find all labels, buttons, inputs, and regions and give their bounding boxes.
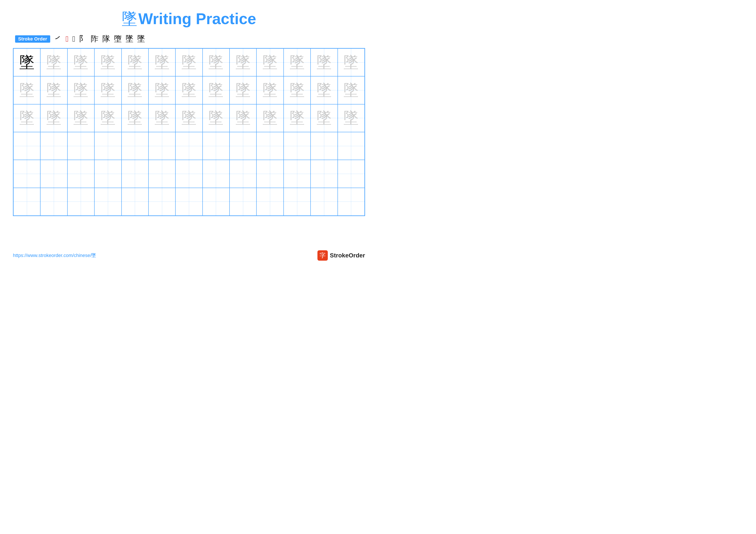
grid-cell[interactable] — [230, 132, 256, 160]
grid-cell[interactable] — [94, 160, 121, 188]
grid-cell[interactable]: 墜 — [40, 76, 67, 104]
grid-cell[interactable] — [122, 188, 148, 216]
grid-cell[interactable]: 墜 — [148, 48, 176, 76]
practice-char: 墜 — [316, 111, 332, 126]
grid-cell[interactable]: 墜 — [94, 48, 121, 76]
grid-cell[interactable] — [14, 132, 40, 160]
grid-cell[interactable] — [148, 132, 176, 160]
footer-url[interactable]: https://www.strokeorder.com/chinese/墜 — [13, 252, 96, 259]
grid-cell[interactable]: 墜 — [94, 104, 121, 132]
grid-cell[interactable]: 墜 — [230, 76, 256, 104]
grid-cell[interactable]: 墜 — [310, 76, 338, 104]
grid-cell[interactable]: 墜 — [202, 48, 230, 76]
grid-cell[interactable] — [202, 132, 230, 160]
grid-cell[interactable] — [310, 188, 338, 216]
grid-cell[interactable] — [256, 188, 284, 216]
grid-cell[interactable] — [148, 188, 176, 216]
practice-char: 墜 — [235, 55, 251, 70]
grid-cell[interactable] — [202, 188, 230, 216]
stroke-step-2: 𠃊 — [66, 35, 68, 43]
grid-cell[interactable] — [40, 188, 67, 216]
grid-cell[interactable] — [256, 132, 284, 160]
practice-char: 墜 — [290, 55, 305, 70]
practice-char: 墜 — [343, 55, 359, 70]
grid-cell[interactable]: 墜 — [338, 76, 364, 104]
grid-cell[interactable]: 墜 — [40, 104, 67, 132]
grid-cell[interactable] — [68, 132, 94, 160]
grid-cell[interactable] — [230, 188, 256, 216]
grid-cell[interactable]: 墜 — [148, 104, 176, 132]
grid-cell[interactable]: 墜 — [14, 104, 40, 132]
page-title-text: Writing Practice — [138, 10, 256, 27]
grid-cell[interactable]: 墜 — [256, 76, 284, 104]
grid-cell[interactable]: 墜 — [14, 48, 40, 76]
grid-cell[interactable]: 墜 — [338, 48, 364, 76]
grid-cell[interactable] — [68, 160, 94, 188]
grid-cell[interactable] — [284, 188, 310, 216]
footer-logo: 字 StrokeOrder — [317, 250, 365, 261]
grid-cell[interactable]: 墜 — [202, 76, 230, 104]
grid-cell[interactable] — [176, 160, 202, 188]
practice-grid: 墜墜墜墜墜墜墜墜墜墜墜墜墜墜墜墜墜墜墜墜墜墜墜墜墜墜墜墜墜墜墜墜墜墜墜墜墜墜墜 — [13, 48, 365, 216]
practice-char: 墜 — [100, 55, 116, 70]
grid-cell[interactable]: 墜 — [68, 104, 94, 132]
grid-cell[interactable] — [176, 188, 202, 216]
grid-cell[interactable]: 墜 — [310, 48, 338, 76]
grid-cell[interactable]: 墜 — [14, 76, 40, 104]
grid-cell[interactable] — [68, 188, 94, 216]
grid-cell[interactable]: 墜 — [122, 104, 148, 132]
grid-cell[interactable]: 墜 — [202, 104, 230, 132]
grid-cell[interactable] — [202, 160, 230, 188]
grid-cell[interactable] — [14, 160, 40, 188]
grid-cell[interactable] — [148, 160, 176, 188]
grid-cell[interactable] — [122, 132, 148, 160]
grid-cell[interactable]: 墜 — [122, 48, 148, 76]
grid-cell[interactable]: 墜 — [256, 48, 284, 76]
practice-char: 墜 — [19, 83, 35, 98]
grid-cell[interactable] — [310, 160, 338, 188]
grid-cell[interactable] — [40, 160, 67, 188]
grid-cell[interactable]: 墜 — [310, 104, 338, 132]
grid-cell[interactable]: 墜 — [148, 76, 176, 104]
stroke-order-row: Stroke Order ㇒ 𠃊 𠃋 阝 阼 隊 墮 墜 墜 — [13, 34, 365, 44]
logo-text: StrokeOrder — [330, 252, 365, 259]
grid-cell[interactable] — [284, 132, 310, 160]
grid-cell[interactable]: 墜 — [68, 48, 94, 76]
grid-cell[interactable]: 墜 — [284, 48, 310, 76]
grid-cell[interactable]: 墜 — [256, 104, 284, 132]
grid-cell[interactable]: 墜 — [94, 76, 121, 104]
grid-cell[interactable] — [338, 132, 364, 160]
grid-cell[interactable]: 墜 — [284, 104, 310, 132]
grid-cell[interactable] — [94, 132, 121, 160]
grid-cell[interactable] — [122, 160, 148, 188]
practice-char: 墜 — [19, 111, 35, 126]
grid-cell[interactable] — [284, 160, 310, 188]
grid-cell[interactable] — [338, 160, 364, 188]
grid-cell[interactable]: 墜 — [176, 104, 202, 132]
grid-cell[interactable] — [14, 188, 40, 216]
grid-cell[interactable]: 墜 — [122, 76, 148, 104]
stroke-step-5: 阼 — [91, 34, 98, 44]
grid-cell[interactable]: 墜 — [230, 104, 256, 132]
grid-cell[interactable] — [176, 132, 202, 160]
grid-cell[interactable] — [256, 160, 284, 188]
grid-cell[interactable] — [230, 160, 256, 188]
grid-cell[interactable]: 墜 — [40, 48, 67, 76]
grid-cell[interactable] — [310, 132, 338, 160]
grid-cell[interactable]: 墜 — [230, 48, 256, 76]
grid-cell[interactable] — [40, 132, 67, 160]
grid-cell[interactable]: 墜 — [176, 76, 202, 104]
practice-char: 墜 — [316, 55, 332, 70]
grid-cell[interactable]: 墜 — [284, 76, 310, 104]
grid-cell[interactable]: 墜 — [338, 104, 364, 132]
stroke-step-3: 𠃋 — [72, 35, 75, 43]
grid-cell[interactable]: 墜 — [68, 76, 94, 104]
stroke-step-1: ㇒ — [54, 34, 62, 44]
stroke-step-9: 墜 — [137, 34, 145, 44]
grid-cell[interactable] — [94, 188, 121, 216]
grid-cell[interactable] — [338, 188, 364, 216]
practice-char: 墜 — [127, 55, 143, 70]
practice-char: 墜 — [73, 83, 88, 98]
practice-char: 墜 — [343, 111, 359, 126]
grid-cell[interactable]: 墜 — [176, 48, 202, 76]
